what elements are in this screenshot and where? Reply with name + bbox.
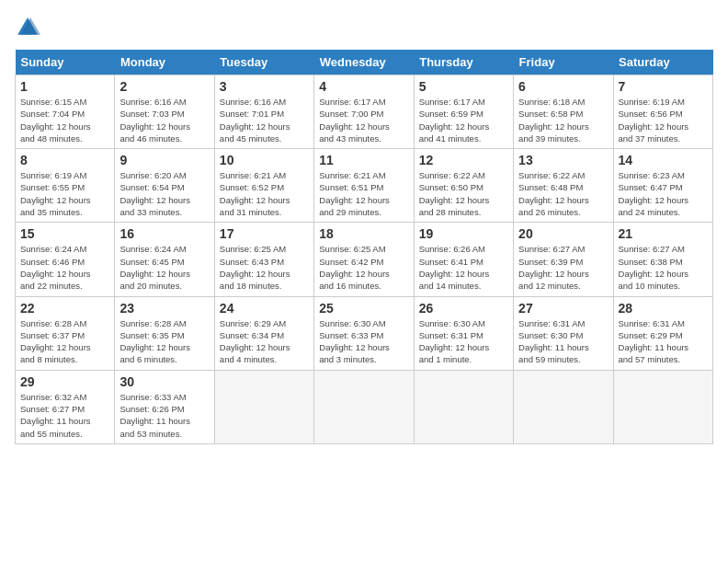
day-number: 8: [20, 153, 109, 167]
day-cell: 22Sunrise: 6:28 AM Sunset: 6:37 PM Dayli…: [16, 296, 115, 370]
day-info: Sunrise: 6:28 AM Sunset: 6:37 PM Dayligh…: [20, 317, 109, 366]
day-cell: 7Sunrise: 6:19 AM Sunset: 6:56 PM Daylig…: [613, 75, 712, 149]
day-cell: 23Sunrise: 6:28 AM Sunset: 6:35 PM Dayli…: [115, 296, 214, 370]
logo-icon: [15, 15, 40, 40]
day-cell: 11Sunrise: 6:21 AM Sunset: 6:51 PM Dayli…: [314, 149, 414, 223]
day-info: Sunrise: 6:30 AM Sunset: 6:33 PM Dayligh…: [319, 317, 408, 366]
day-info: Sunrise: 6:18 AM Sunset: 6:58 PM Dayligh…: [518, 96, 608, 144]
day-number: 25: [319, 301, 408, 316]
day-header-monday: Monday: [115, 50, 214, 75]
day-number: 24: [220, 301, 309, 316]
day-info: Sunrise: 6:24 AM Sunset: 6:45 PM Dayligh…: [119, 243, 209, 292]
day-number: 20: [518, 226, 608, 241]
day-info: Sunrise: 6:17 AM Sunset: 7:00 PM Dayligh…: [319, 96, 408, 144]
day-number: 10: [220, 153, 309, 167]
day-header-sunday: Sunday: [16, 50, 115, 75]
day-cell: 21Sunrise: 6:27 AM Sunset: 6:38 PM Dayli…: [613, 223, 712, 296]
day-cell: [613, 370, 712, 443]
day-info: Sunrise: 6:28 AM Sunset: 6:35 PM Dayligh…: [119, 317, 209, 366]
day-cell: 18Sunrise: 6:25 AM Sunset: 6:42 PM Dayli…: [314, 223, 414, 296]
day-number: 14: [619, 153, 708, 167]
day-cell: 25Sunrise: 6:30 AM Sunset: 6:33 PM Dayli…: [314, 296, 414, 370]
day-cell: 2Sunrise: 6:16 AM Sunset: 7:03 PM Daylig…: [115, 75, 214, 149]
day-info: Sunrise: 6:31 AM Sunset: 6:30 PM Dayligh…: [518, 317, 608, 366]
day-info: Sunrise: 6:19 AM Sunset: 6:55 PM Dayligh…: [20, 169, 109, 218]
day-info: Sunrise: 6:23 AM Sunset: 6:47 PM Dayligh…: [619, 169, 708, 218]
day-cell: 5Sunrise: 6:17 AM Sunset: 6:59 PM Daylig…: [414, 75, 513, 149]
day-header-friday: Friday: [514, 50, 613, 75]
day-info: Sunrise: 6:21 AM Sunset: 6:51 PM Dayligh…: [319, 169, 408, 218]
day-number: 27: [518, 301, 608, 316]
day-info: Sunrise: 6:25 AM Sunset: 6:43 PM Dayligh…: [220, 243, 309, 292]
day-number: 19: [419, 226, 508, 241]
day-info: Sunrise: 6:19 AM Sunset: 6:56 PM Dayligh…: [619, 96, 708, 144]
day-cell: 20Sunrise: 6:27 AM Sunset: 6:39 PM Dayli…: [514, 223, 613, 296]
day-number: 16: [119, 226, 209, 241]
day-cell: 3Sunrise: 6:16 AM Sunset: 7:01 PM Daylig…: [214, 75, 313, 149]
day-number: 22: [20, 301, 109, 316]
day-number: 15: [20, 226, 109, 241]
day-cell: 6Sunrise: 6:18 AM Sunset: 6:58 PM Daylig…: [514, 75, 613, 149]
week-row-1: 1Sunrise: 6:15 AM Sunset: 7:04 PM Daylig…: [16, 75, 713, 149]
day-cell: 15Sunrise: 6:24 AM Sunset: 6:46 PM Dayli…: [16, 223, 115, 296]
day-number: 11: [319, 153, 408, 167]
day-info: Sunrise: 6:30 AM Sunset: 6:31 PM Dayligh…: [419, 317, 508, 366]
day-cell: [314, 370, 414, 443]
header: [15, 15, 713, 40]
day-info: Sunrise: 6:15 AM Sunset: 7:04 PM Dayligh…: [20, 96, 109, 144]
day-info: Sunrise: 6:17 AM Sunset: 6:59 PM Dayligh…: [419, 96, 508, 144]
day-cell: 26Sunrise: 6:30 AM Sunset: 6:31 PM Dayli…: [414, 296, 513, 370]
day-cell: 24Sunrise: 6:29 AM Sunset: 6:34 PM Dayli…: [214, 296, 313, 370]
day-number: 5: [419, 79, 508, 94]
day-number: 4: [319, 79, 408, 94]
day-header-wednesday: Wednesday: [314, 50, 414, 75]
day-cell: 13Sunrise: 6:22 AM Sunset: 6:48 PM Dayli…: [514, 149, 613, 223]
day-info: Sunrise: 6:22 AM Sunset: 6:48 PM Dayligh…: [518, 169, 608, 218]
day-cell: 9Sunrise: 6:20 AM Sunset: 6:54 PM Daylig…: [115, 149, 214, 223]
day-cell: 17Sunrise: 6:25 AM Sunset: 6:43 PM Dayli…: [214, 223, 313, 296]
header-row: SundayMondayTuesdayWednesdayThursdayFrid…: [16, 50, 713, 75]
day-info: Sunrise: 6:24 AM Sunset: 6:46 PM Dayligh…: [20, 243, 109, 292]
day-header-thursday: Thursday: [414, 50, 513, 75]
day-number: 1: [20, 79, 109, 94]
day-header-saturday: Saturday: [613, 50, 712, 75]
day-info: Sunrise: 6:21 AM Sunset: 6:52 PM Dayligh…: [220, 169, 309, 218]
day-cell: 12Sunrise: 6:22 AM Sunset: 6:50 PM Dayli…: [414, 149, 513, 223]
day-number: 7: [619, 79, 708, 94]
day-cell: 19Sunrise: 6:26 AM Sunset: 6:41 PM Dayli…: [414, 223, 513, 296]
day-info: Sunrise: 6:22 AM Sunset: 6:50 PM Dayligh…: [419, 169, 508, 218]
day-number: 17: [220, 226, 309, 241]
day-info: Sunrise: 6:26 AM Sunset: 6:41 PM Dayligh…: [419, 243, 508, 292]
day-number: 2: [119, 79, 209, 94]
day-number: 18: [319, 226, 408, 241]
day-info: Sunrise: 6:33 AM Sunset: 6:26 PM Dayligh…: [119, 391, 209, 440]
day-info: Sunrise: 6:27 AM Sunset: 6:38 PM Dayligh…: [619, 243, 708, 292]
week-row-4: 22Sunrise: 6:28 AM Sunset: 6:37 PM Dayli…: [16, 296, 713, 370]
week-row-2: 8Sunrise: 6:19 AM Sunset: 6:55 PM Daylig…: [16, 149, 713, 223]
day-number: 6: [518, 79, 608, 94]
day-number: 12: [419, 153, 508, 167]
week-row-3: 15Sunrise: 6:24 AM Sunset: 6:46 PM Dayli…: [16, 223, 713, 296]
logo: [15, 15, 44, 40]
day-number: 3: [220, 79, 309, 94]
week-row-5: 29Sunrise: 6:32 AM Sunset: 6:27 PM Dayli…: [16, 370, 713, 443]
day-number: 30: [119, 374, 209, 389]
day-cell: 27Sunrise: 6:31 AM Sunset: 6:30 PM Dayli…: [514, 296, 613, 370]
day-number: 23: [119, 301, 209, 316]
day-header-tuesday: Tuesday: [214, 50, 313, 75]
day-number: 26: [419, 301, 508, 316]
day-info: Sunrise: 6:27 AM Sunset: 6:39 PM Dayligh…: [518, 243, 608, 292]
day-cell: 10Sunrise: 6:21 AM Sunset: 6:52 PM Dayli…: [214, 149, 313, 223]
day-cell: 1Sunrise: 6:15 AM Sunset: 7:04 PM Daylig…: [16, 75, 115, 149]
day-number: 28: [619, 301, 708, 316]
day-cell: [414, 370, 513, 443]
day-cell: [514, 370, 613, 443]
day-info: Sunrise: 6:16 AM Sunset: 7:01 PM Dayligh…: [220, 96, 309, 144]
day-cell: 30Sunrise: 6:33 AM Sunset: 6:26 PM Dayli…: [115, 370, 214, 443]
day-cell: 14Sunrise: 6:23 AM Sunset: 6:47 PM Dayli…: [613, 149, 712, 223]
day-number: 9: [119, 153, 209, 167]
day-cell: 28Sunrise: 6:31 AM Sunset: 6:29 PM Dayli…: [613, 296, 712, 370]
day-cell: 16Sunrise: 6:24 AM Sunset: 6:45 PM Dayli…: [115, 223, 214, 296]
day-number: 29: [20, 374, 109, 389]
day-info: Sunrise: 6:20 AM Sunset: 6:54 PM Dayligh…: [119, 169, 209, 218]
